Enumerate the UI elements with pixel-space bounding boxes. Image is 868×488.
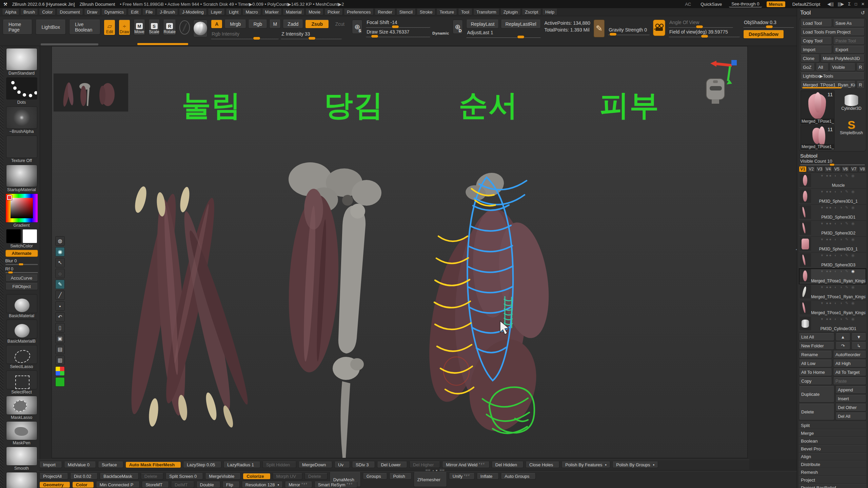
- quick-tool-icon[interactable]: ◍: [55, 236, 65, 246]
- all-low-button[interactable]: All Low: [799, 360, 832, 367]
- divider-right-icon[interactable]: |||▶: [838, 2, 844, 6]
- shelf-slot[interactable]: BasicMaterialB: [5, 320, 38, 344]
- shelf-slot[interactable]: SmoothValleys: [5, 472, 38, 488]
- cylinder3d-tool[interactable]: Cylinder3D: [836, 90, 867, 115]
- visibility-tab[interactable]: V4: [824, 166, 832, 172]
- eye-icon[interactable]: ◉: [851, 174, 856, 178]
- visibility-tab[interactable]: V8: [859, 166, 866, 172]
- menu-item[interactable]: Transform: [473, 9, 499, 15]
- quick-tool-icon[interactable]: ▣: [55, 334, 65, 343]
- eye-icon[interactable]: ◉: [851, 221, 856, 225]
- bottom-control[interactable]: Geometry: [39, 482, 70, 488]
- menu-item[interactable]: Stroke: [417, 9, 436, 15]
- quick-tool-icon[interactable]: [55, 377, 65, 387]
- subtool-item[interactable]: ▾ ●● ◐ ◑ ✎ ◉ PM3D_Sphere3D1_1: [799, 189, 866, 205]
- bottom-control[interactable]: Double: [196, 482, 220, 488]
- all-to-target-button[interactable]: All To Target: [833, 368, 866, 376]
- bottom-control[interactable]: Flip: [222, 482, 240, 488]
- shelf-slot[interactable]: Smooth: [5, 447, 38, 471]
- menu-item[interactable]: Preferences: [344, 9, 374, 15]
- menu-item[interactable]: Light: [226, 9, 241, 15]
- viewport[interactable]: 눌림 당김 순서 피부 ◍ ◉ ↖: [40, 46, 797, 460]
- recent-tool-thumbnail[interactable]: 11 Merged_TPose1_: [801, 125, 834, 150]
- bottom-control[interactable]: LazyRadius 1: [223, 462, 260, 468]
- del-all-button[interactable]: Del All: [835, 412, 866, 420]
- menu-item[interactable]: Alpha: [2, 9, 19, 15]
- bottom-control[interactable]: Split Screen 0: [165, 473, 203, 480]
- visibility-tab[interactable]: V3: [816, 166, 824, 172]
- close-icon[interactable]: ✕: [861, 2, 865, 6]
- quick-tool-icon[interactable]: [55, 366, 65, 376]
- shelf-slot[interactable]: ~BrushAlpha: [5, 106, 38, 134]
- live-boolean-button[interactable]: Live Boolean: [69, 20, 100, 35]
- gradient-picker-icon[interactable]: [5, 194, 38, 223]
- gravity-strength-slider[interactable]: Gravity Strength 0: [608, 27, 650, 35]
- adjust-last-slider[interactable]: AdjustLast 1: [466, 30, 541, 38]
- subtool-down-button[interactable]: ▼: [851, 333, 866, 341]
- bottom-control[interactable]: Polish By Groups ●: [612, 462, 658, 468]
- mrgb-button[interactable]: Mrgb: [224, 20, 246, 28]
- zcut-button[interactable]: Zcut: [331, 20, 349, 28]
- menu-item[interactable]: Help: [542, 9, 557, 15]
- bottom-control[interactable]: Groups: [363, 473, 388, 480]
- quick-tool-icon[interactable]: ✎: [55, 280, 65, 289]
- bottom-control[interactable]: Unify x y z: [449, 473, 475, 480]
- visibility-tab[interactable]: V6: [842, 166, 849, 172]
- bottom-control[interactable]: Mirror x y z: [285, 482, 312, 488]
- ac-button[interactable]: AC: [683, 1, 693, 7]
- subtool-up-button[interactable]: ▲: [835, 333, 850, 341]
- sculptris-pencil-icon[interactable]: ✎: [594, 20, 605, 37]
- eye-icon[interactable]: ◉: [851, 285, 856, 289]
- shelf-slot[interactable]: Dots: [5, 77, 38, 105]
- all-to-home-button[interactable]: All To Home: [799, 368, 832, 376]
- load-tool-button[interactable]: Load Tool: [801, 19, 832, 27]
- bottom-control[interactable]: Inflate: [477, 473, 499, 480]
- quick-tool-icon[interactable]: ◉: [55, 247, 65, 257]
- folder-enter-button[interactable]: ↳: [851, 342, 866, 350]
- new-folder-button[interactable]: New Folder: [799, 342, 834, 350]
- zadd-button[interactable]: Zadd: [283, 20, 303, 28]
- menu-item[interactable]: Layer: [208, 9, 225, 15]
- color-picker[interactable]: Gradient: [5, 194, 38, 228]
- del-other-button[interactable]: Del Other: [835, 404, 866, 411]
- subpalette-section[interactable]: Remesh: [799, 468, 866, 476]
- goz-visible-button[interactable]: Visible: [830, 63, 855, 71]
- subpalette-section[interactable]: Project BasRelief: [799, 484, 866, 488]
- subpalette-section[interactable]: Bevel Pro: [799, 445, 866, 453]
- make-polymesh3d-button[interactable]: Make PolyMesh3D: [821, 55, 865, 62]
- menu-item[interactable]: Brush: [20, 9, 38, 15]
- current-tool-name[interactable]: Merged_TPose1_Ryan_Kingsli: [801, 81, 855, 89]
- scale-button[interactable]: S Scale: [149, 20, 160, 35]
- bottom-control[interactable]: Auto Groups: [501, 473, 536, 480]
- bottom-control[interactable]: StoreMT: [142, 482, 169, 488]
- menus-button[interactable]: Menus: [767, 1, 785, 7]
- bottom-control[interactable]: Auto Mask FiberMesh: [125, 462, 181, 468]
- subpalette-section[interactable]: Project: [799, 476, 866, 484]
- bottom-control[interactable]: MidValue 0: [64, 462, 96, 468]
- paste-tool-button[interactable]: Paste Tool: [833, 37, 865, 45]
- autoreorder-button[interactable]: AutoReorder: [833, 351, 866, 359]
- gyro-icon[interactable]: [179, 20, 190, 35]
- z-intensity-slider[interactable]: Z Intensity 33: [281, 31, 342, 39]
- menu-item[interactable]: Zplugin: [500, 9, 521, 15]
- bottom-control[interactable]: Morph UV: [273, 473, 303, 480]
- focal-shift-slider[interactable]: Focal Shift -14: [366, 20, 430, 28]
- rgb-button[interactable]: Rgb: [248, 20, 267, 28]
- dynamic-toggle[interactable]: Dynamic: [432, 31, 449, 35]
- bottom-control[interactable]: ZRemesher: [414, 472, 447, 487]
- save-as-button[interactable]: Save As: [833, 19, 865, 27]
- visible-count-slider[interactable]: Visible Count 10: [799, 159, 866, 165]
- eye-icon[interactable]: ◉: [851, 253, 856, 257]
- subpalette-section[interactable]: Merge: [799, 429, 866, 437]
- subtool-item[interactable]: ▾ ●● ◐ ◑ ✎ ◉ PM3D_Cylinder3D1: [799, 316, 866, 332]
- subtool-item[interactable]: ▾ ●● ◐ ◑ ✎ ◉ Merged_TPose1_Ryan_Kingslie…: [799, 284, 866, 300]
- quick-tool-icon[interactable]: ◌: [55, 269, 65, 278]
- alternate-button[interactable]: Alternate: [5, 250, 38, 257]
- deepshadow-button[interactable]: DeepShadow: [743, 30, 784, 39]
- home-page-button[interactable]: Home Page: [3, 20, 32, 35]
- load-tools-from-project-button[interactable]: Load Tools From Project: [801, 28, 865, 36]
- shelf-slot[interactable]: Texture Off: [5, 136, 38, 163]
- quick-tool-icon[interactable]: ▤: [55, 345, 65, 354]
- bottom-control[interactable]: Del Hidden: [492, 462, 524, 468]
- menu-item[interactable]: J-Brush: [157, 9, 178, 15]
